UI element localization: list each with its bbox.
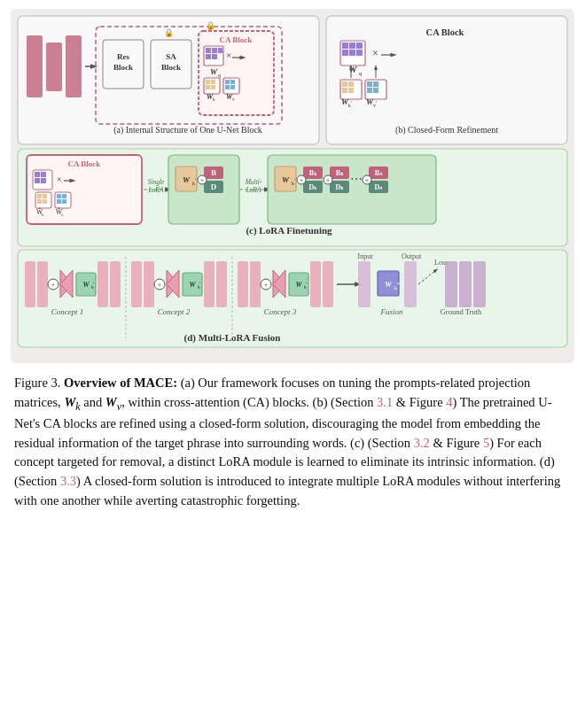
svg-rect-96	[57, 199, 61, 204]
svg-text:Dₙ: Dₙ	[375, 183, 384, 191]
svg-rect-171	[238, 261, 248, 307]
svg-rect-154	[110, 261, 121, 307]
svg-rect-196	[459, 261, 472, 307]
svg-rect-172	[250, 261, 261, 307]
svg-rect-29	[211, 80, 215, 84]
svg-rect-47	[356, 43, 363, 49]
svg-text:W: W	[349, 65, 358, 74]
svg-rect-97	[62, 199, 66, 204]
ref-32[interactable]: 3.2	[414, 436, 430, 450]
svg-rect-22	[218, 48, 222, 53]
svg-text:Concept 2: Concept 2	[158, 307, 191, 316]
caption-text-d: & Figure	[430, 436, 483, 450]
svg-text:Res: Res	[117, 52, 129, 61]
svg-rect-182	[323, 261, 333, 307]
svg-text:🔒: 🔒	[164, 27, 175, 38]
svg-text:D: D	[211, 182, 217, 191]
svg-rect-36	[230, 80, 235, 84]
svg-rect-58	[342, 88, 347, 93]
svg-rect-197	[473, 261, 486, 307]
svg-text:Multi-: Multi-	[245, 178, 262, 186]
svg-rect-181	[310, 261, 321, 307]
svg-rect-186	[358, 261, 370, 307]
svg-text:D₁: D₁	[309, 183, 318, 191]
svg-rect-45	[342, 43, 348, 49]
svg-rect-31	[211, 85, 215, 89]
svg-text:k: k	[213, 97, 215, 102]
svg-rect-19	[212, 48, 217, 53]
figure-container: Res Block 🔒 SA Block 🔒 CA Block W q × W …	[0, 0, 585, 515]
svg-rect-95	[62, 194, 66, 198]
svg-text:(c) LoRA Finetuning: (c) LoRA Finetuning	[246, 225, 332, 236]
svg-text:Ground Truth: Ground Truth	[441, 307, 482, 316]
ref-31[interactable]: 3.1	[377, 395, 393, 409]
svg-text:(b) Closed-Form Refinement: (b) Closed-Form Refinement	[395, 125, 498, 136]
svg-rect-56	[342, 81, 347, 87]
svg-rect-68	[373, 88, 378, 93]
svg-text:×: ×	[226, 50, 231, 60]
svg-text:*: *	[397, 281, 401, 288]
svg-rect-79	[35, 172, 40, 177]
svg-text:LoRA: LoRA	[147, 186, 164, 194]
svg-rect-21	[212, 54, 217, 59]
svg-text:Single: Single	[148, 178, 165, 186]
svg-rect-28	[206, 80, 210, 84]
svg-text:B₂: B₂	[336, 169, 344, 177]
figure-caption: Figure 3. Overview of MACE: (a) Our fram…	[11, 367, 574, 515]
svg-rect-89	[37, 199, 42, 204]
svg-rect-2	[27, 35, 43, 97]
svg-rect-57	[348, 81, 354, 87]
svg-rect-192	[404, 261, 417, 307]
svg-text:+: +	[158, 281, 162, 289]
svg-text:Block: Block	[161, 63, 181, 72]
svg-text:+: +	[264, 281, 269, 289]
svg-text:+: +	[326, 176, 331, 184]
svg-text:SA: SA	[166, 52, 176, 61]
svg-rect-88	[43, 194, 47, 198]
svg-rect-143	[25, 261, 35, 307]
svg-text:(a) Internal Structure of One : (a) Internal Structure of One U-Net Bloc…	[113, 125, 262, 136]
svg-rect-90	[43, 199, 47, 204]
svg-rect-18	[206, 48, 211, 53]
ref-33[interactable]: 3.3	[60, 474, 76, 488]
svg-text:Output: Output	[402, 252, 422, 260]
svg-text:q: q	[359, 70, 363, 77]
svg-text:+: +	[200, 176, 205, 184]
caption-figure-number: Figure 3.	[14, 376, 64, 390]
svg-text:+: +	[365, 176, 370, 184]
svg-text:⋯: ⋯	[350, 173, 363, 186]
svg-rect-65	[367, 81, 372, 87]
svg-rect-50	[356, 50, 363, 56]
svg-rect-38	[230, 85, 235, 89]
svg-text:Block: Block	[113, 63, 133, 72]
caption-bold-title: Overview of MACE:	[64, 376, 177, 390]
svg-text:W: W	[295, 281, 302, 289]
svg-text:W: W	[210, 67, 218, 76]
svg-text:B: B	[211, 168, 216, 177]
caption-text-b: & Figure	[393, 395, 446, 409]
svg-rect-158	[144, 261, 154, 307]
svg-text:🔒: 🔒	[206, 20, 216, 31]
svg-rect-3	[46, 43, 62, 91]
svg-rect-157	[131, 261, 142, 307]
svg-text:W: W	[189, 281, 196, 289]
svg-rect-81	[35, 178, 40, 183]
svg-rect-4	[66, 35, 82, 97]
svg-rect-195	[445, 261, 457, 307]
svg-text:Concept 3: Concept 3	[264, 307, 297, 316]
svg-text:+: +	[300, 176, 304, 184]
svg-text:W: W	[183, 175, 191, 184]
svg-text:×: ×	[372, 47, 378, 59]
svg-text:CA Block: CA Block	[220, 35, 253, 44]
svg-rect-66	[373, 81, 378, 87]
svg-text:Input: Input	[358, 252, 374, 260]
svg-rect-94	[57, 194, 61, 198]
svg-rect-59	[348, 88, 354, 93]
svg-text:Fusion: Fusion	[379, 307, 403, 316]
svg-rect-35	[225, 80, 230, 84]
svg-rect-20	[206, 54, 211, 59]
svg-text:+: +	[51, 281, 56, 289]
svg-rect-82	[41, 178, 46, 183]
svg-rect-167	[204, 261, 214, 307]
svg-text:v: v	[232, 97, 235, 102]
